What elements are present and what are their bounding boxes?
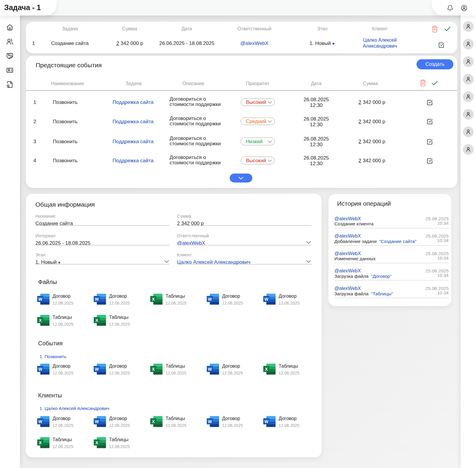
- svg-text:W: W: [38, 297, 42, 302]
- svg-text:W: W: [208, 419, 212, 424]
- svg-text:W: W: [95, 367, 99, 372]
- svg-text:X: X: [265, 367, 268, 372]
- svg-text:W: W: [38, 419, 42, 424]
- svg-text:W: W: [208, 367, 212, 372]
- svg-text:W: W: [264, 419, 268, 424]
- svg-text:X: X: [152, 297, 155, 302]
- svg-text:X: X: [95, 440, 98, 445]
- svg-text:X: X: [152, 419, 155, 424]
- svg-text:X: X: [39, 318, 42, 323]
- svg-text:W: W: [95, 297, 99, 302]
- svg-text:W: W: [264, 297, 268, 302]
- svg-text:W: W: [38, 367, 42, 372]
- svg-text:X: X: [152, 367, 155, 372]
- svg-text:W: W: [208, 297, 212, 302]
- svg-text:W: W: [95, 419, 99, 424]
- svg-text:X: X: [39, 440, 42, 445]
- svg-text:X: X: [95, 318, 98, 323]
